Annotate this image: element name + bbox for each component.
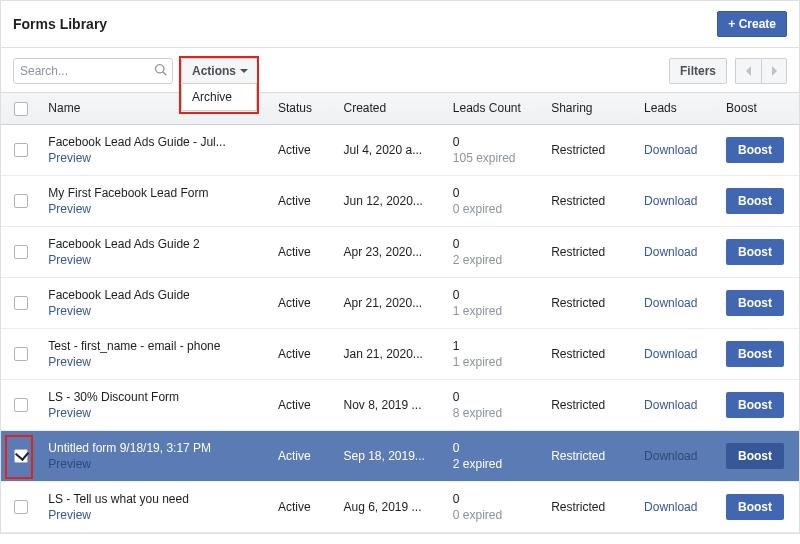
leads-count: 0 [453,441,535,457]
boost-button[interactable]: Boost [726,188,784,214]
boost-button[interactable]: Boost [726,137,784,163]
created-cell: Apr 21, 2020... [335,277,444,328]
preview-link[interactable]: Preview [48,508,91,522]
row-checkbox[interactable] [14,194,28,208]
sharing-cell: Restricted [543,277,636,328]
chevron-right-icon [771,66,777,76]
sharing-cell: Restricted [543,430,636,481]
leads-count: 0 [453,288,535,304]
status-cell: Active [270,328,336,379]
form-name: Facebook Lead Ads Guide [48,288,238,302]
leads-expired: 0 expired [453,508,535,522]
preview-link[interactable]: Preview [48,457,91,471]
row-checkbox[interactable] [14,143,28,157]
status-cell: Active [270,226,336,277]
created-cell: Aug 6, 2019 ... [335,481,444,532]
sharing-cell: Restricted [543,175,636,226]
created-cell: Jan 21, 2020... [335,328,444,379]
table-row: LS - 30% Discount FormPreviewActiveNov 8… [1,379,799,430]
leads-count: 0 [453,237,535,253]
download-link[interactable]: Download [644,245,697,259]
leads-expired: 2 expired [453,457,535,471]
boost-button[interactable]: Boost [726,239,784,265]
status-cell: Active [270,124,336,175]
created-cell: Jun 12, 2020... [335,175,444,226]
leads-count: 0 [453,390,535,406]
preview-link[interactable]: Preview [48,202,91,216]
pager-prev-button[interactable] [735,58,761,84]
col-header-sharing[interactable]: Sharing [543,93,636,125]
download-link[interactable]: Download [644,449,697,463]
form-name: Test - first_name - email - phone [48,339,238,353]
sharing-cell: Restricted [543,481,636,532]
caret-down-icon [240,69,248,73]
download-link[interactable]: Download [644,398,697,412]
select-all-checkbox[interactable] [14,102,28,116]
leads-expired: 2 expired [453,253,535,267]
actions-dropdown-item-archive[interactable]: Archive [181,84,257,111]
download-link[interactable]: Download [644,194,697,208]
search-icon [154,63,168,77]
download-link[interactable]: Download [644,500,697,514]
leads-expired: 105 expired [453,151,535,165]
created-cell: Jul 4, 2020 a... [335,124,444,175]
preview-link[interactable]: Preview [48,355,91,369]
preview-link[interactable]: Preview [48,406,91,420]
boost-button[interactable]: Boost [726,443,784,469]
search-input[interactable] [13,58,173,84]
filters-button[interactable]: Filters [669,58,727,84]
leads-expired: 1 expired [453,304,535,318]
leads-expired: 8 expired [453,406,535,420]
pager-next-button[interactable] [761,58,787,84]
row-checkbox[interactable] [14,449,28,463]
row-checkbox[interactable] [14,347,28,361]
leads-count: 0 [453,492,535,508]
leads-expired: 1 expired [453,355,535,369]
row-checkbox[interactable] [14,296,28,310]
boost-button[interactable]: Boost [726,494,784,520]
form-name: Facebook Lead Ads Guide - Jul... [48,135,238,149]
sharing-cell: Restricted [543,226,636,277]
form-name: LS - Tell us what you need [48,492,238,506]
created-cell: Sep 18, 2019... [335,430,444,481]
created-cell: Nov 8, 2019 ... [335,379,444,430]
table-row: Facebook Lead Ads GuidePreviewActiveApr … [1,277,799,328]
create-button[interactable]: + Create [717,11,787,37]
leads-count: 1 [453,339,535,355]
download-link[interactable]: Download [644,143,697,157]
boost-button[interactable]: Boost [726,290,784,316]
leads-count: 0 [453,135,535,151]
boost-button[interactable]: Boost [726,341,784,367]
status-cell: Active [270,430,336,481]
created-cell: Apr 23, 2020... [335,226,444,277]
preview-link[interactable]: Preview [48,304,91,318]
status-cell: Active [270,379,336,430]
download-link[interactable]: Download [644,347,697,361]
row-checkbox[interactable] [14,398,28,412]
form-name: Facebook Lead Ads Guide 2 [48,237,238,251]
row-checkbox[interactable] [14,500,28,514]
table-row: Facebook Lead Ads Guide 2PreviewActiveAp… [1,226,799,277]
preview-link[interactable]: Preview [48,151,91,165]
leads-count: 0 [453,186,535,202]
boost-button[interactable]: Boost [726,392,784,418]
sharing-cell: Restricted [543,379,636,430]
col-header-boost[interactable]: Boost [718,93,799,125]
status-cell: Active [270,277,336,328]
download-link[interactable]: Download [644,296,697,310]
sharing-cell: Restricted [543,124,636,175]
status-cell: Active [270,481,336,532]
table-row: Facebook Lead Ads Guide - Jul...PreviewA… [1,124,799,175]
col-header-leads[interactable]: Leads [636,93,718,125]
col-header-created[interactable]: Created [335,93,444,125]
col-header-leads-count[interactable]: Leads Count [445,93,543,125]
actions-button[interactable]: Actions [181,58,259,84]
table-row: My First Facebook Lead FormPreviewActive… [1,175,799,226]
table-row: Test - first_name - email - phonePreview… [1,328,799,379]
table-header-row: Name Status Created Leads Count Sharing … [1,93,799,125]
row-checkbox[interactable] [14,245,28,259]
status-cell: Active [270,175,336,226]
form-name: LS - 30% Discount Form [48,390,238,404]
col-header-status[interactable]: Status [270,93,336,125]
preview-link[interactable]: Preview [48,253,91,267]
